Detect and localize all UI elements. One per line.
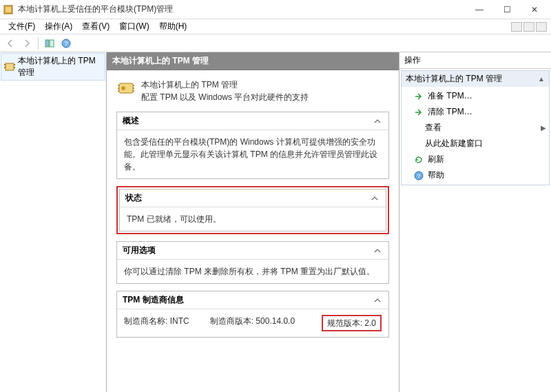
spec-version-value: 2.0 (364, 318, 376, 328)
app-icon (3, 4, 14, 15)
right-pane: 操作 本地计算机上的 TPM 管理 ▲ 准备 TPM… 清除 TPM… (399, 52, 551, 392)
info-lines: 本地计算机上的 TPM 管理 配置 TPM 以及 Windows 平台对此硬件的… (141, 79, 309, 103)
svg-rect-3 (50, 40, 54, 47)
back-button (3, 36, 18, 51)
svg-text:?: ? (64, 40, 67, 47)
collapse-icon[interactable] (369, 193, 380, 204)
section-options-body: 你可以通过清除 TPM 来删除所有权，并将 TPM 重置为出厂默认值。 (117, 260, 388, 283)
mdi-controls (511, 22, 547, 32)
arrow-right-green-icon (414, 107, 424, 117)
action-label: 准备 TPM… (428, 90, 472, 102)
section-status-head[interactable]: 状态 (120, 189, 386, 207)
titlebar: 本地计算机上受信任的平台模块(TPM)管理 — ☐ ✕ (0, 0, 551, 19)
maximize-button[interactable]: ☐ (493, 1, 521, 18)
section-manufacturer-title: TPM 制造商信息 (123, 294, 184, 306)
middle-body: 本地计算机上的 TPM 管理 配置 TPM 以及 Windows 平台对此硬件的… (107, 70, 399, 392)
svg-rect-10 (14, 67, 15, 68)
spec-version-label: 规范版本: (327, 318, 362, 328)
mfr-version: 制造商版本: 500.14.0.0 (210, 315, 296, 331)
menu-action[interactable]: 操作(A) (41, 19, 76, 34)
section-overview: 概述 包含受信任的平台模块(TPM)的 Windows 计算机可提供增强的安全功… (116, 112, 389, 179)
menu-help[interactable]: 帮助(H) (155, 19, 191, 34)
info-strip: 本地计算机上的 TPM 管理 配置 TPM 以及 Windows 平台对此硬件的… (116, 76, 389, 112)
svg-rect-7 (4, 64, 6, 65)
svg-point-12 (121, 86, 125, 90)
submenu-arrow-icon: ▶ (541, 124, 546, 132)
mfr-name-value: INTC (170, 316, 189, 326)
show-hide-tree-button[interactable] (42, 36, 57, 51)
action-view[interactable]: 查看 ▶ (402, 120, 549, 136)
section-overview-body: 包含受信任的平台模块(TPM)的 Windows 计算机可提供增强的安全功能。此… (117, 130, 388, 178)
menu-file[interactable]: 文件(F) (4, 19, 39, 34)
section-status-title: 状态 (125, 192, 142, 204)
tree-item-label: 本地计算机上的 TPM 管理 (18, 55, 102, 79)
action-clear-tpm[interactable]: 清除 TPM… (402, 104, 549, 120)
menu-view[interactable]: 查看(V) (78, 19, 114, 34)
svg-rect-6 (6, 63, 14, 70)
mfr-version-label: 制造商版本: (210, 316, 253, 326)
actions-panel-title: 操作 (399, 52, 551, 69)
caret-up-icon: ▲ (538, 75, 545, 83)
mdi-minimize-button[interactable] (511, 22, 522, 32)
help-button[interactable]: ? (59, 36, 74, 51)
tree-item-tpm-management[interactable]: 本地计算机上的 TPM 管理 (1, 53, 105, 81)
close-button[interactable]: ✕ (521, 1, 548, 18)
menubar: 文件(F) 操作(A) 查看(V) 窗口(W) 帮助(H) (0, 19, 551, 34)
svg-text:?: ? (417, 173, 421, 179)
action-label: 查看 (425, 122, 441, 134)
info-line-2: 配置 TPM 以及 Windows 平台对此硬件的支持 (141, 91, 309, 103)
section-manufacturer: TPM 制造商信息 制造商名称: INTC 制造商版本: 500.14.0.0 (116, 291, 389, 338)
manufacturer-row: 制造商名称: INTC 制造商版本: 500.14.0.0 规范版本: 2.0 (124, 315, 382, 331)
minimize-button[interactable]: — (466, 1, 493, 18)
action-new-window[interactable]: 从此处新建窗口 (402, 136, 549, 152)
actions-group-title: 本地计算机上的 TPM 管理 (406, 73, 502, 85)
collapse-icon[interactable] (372, 245, 383, 256)
action-label: 从此处新建窗口 (425, 138, 483, 149)
actions-group-head[interactable]: 本地计算机上的 TPM 管理 ▲ (402, 71, 549, 87)
section-options-title: 可用选项 (123, 245, 156, 256)
spec-version: 规范版本: 2.0 (295, 315, 382, 331)
help-icon: ? (414, 171, 424, 180)
refresh-icon (414, 155, 424, 165)
svg-rect-8 (4, 67, 6, 68)
section-overview-head[interactable]: 概述 (117, 112, 388, 130)
collapse-icon[interactable] (372, 116, 383, 127)
action-refresh[interactable]: 刷新 (402, 152, 549, 167)
tpm-icon (4, 61, 15, 72)
workarea: 本地计算机上的 TPM 管理 本地计算机上的 TPM 管理 本地计算机上的 TP… (0, 52, 551, 392)
action-label: 帮助 (428, 169, 444, 181)
section-options-head[interactable]: 可用选项 (117, 242, 388, 260)
forward-button (19, 36, 34, 51)
arrow-right-green-icon (414, 92, 424, 101)
action-label: 清除 TPM… (428, 106, 472, 118)
info-line-1: 本地计算机上的 TPM 管理 (141, 79, 309, 91)
toolbar-separator (38, 37, 39, 50)
action-help[interactable]: ? 帮助 (402, 167, 549, 183)
section-status-body: TPM 已就绪，可以使用。 (120, 207, 386, 231)
middle-pane: 本地计算机上的 TPM 管理 本地计算机上的 TPM 管理 配置 TPM 以及 … (107, 52, 399, 392)
svg-rect-9 (14, 64, 15, 65)
left-pane: 本地计算机上的 TPM 管理 (0, 52, 107, 392)
toolbar: ? (0, 34, 551, 52)
menu-window[interactable]: 窗口(W) (115, 19, 153, 34)
collapse-icon[interactable] (372, 295, 383, 306)
window-controls: — ☐ ✕ (466, 1, 548, 18)
svg-rect-2 (45, 40, 49, 47)
window-title: 本地计算机上受信任的平台模块(TPM)管理 (18, 3, 466, 15)
mfr-version-value: 500.14.0.0 (256, 316, 295, 326)
section-manufacturer-body: 制造商名称: INTC 制造商版本: 500.14.0.0 规范版本: 2.0 (117, 309, 388, 337)
status-highlight: 状态 TPM 已就绪，可以使用。 (116, 186, 389, 234)
tpm-chip-icon (116, 79, 136, 98)
section-overview-title: 概述 (123, 115, 139, 127)
mfr-name: 制造商名称: INTC (124, 315, 210, 331)
section-options: 可用选项 你可以通过清除 TPM 来删除所有权，并将 TPM 重置为出厂默认值。 (116, 241, 389, 284)
action-prepare-tpm[interactable]: 准备 TPM… (402, 88, 549, 104)
actions-list: 准备 TPM… 清除 TPM… 查看 ▶ 从此处新建窗口 (402, 87, 549, 185)
mfr-name-label: 制造商名称: (124, 316, 167, 326)
mdi-close-button[interactable] (536, 22, 547, 32)
middle-header: 本地计算机上的 TPM 管理 (107, 52, 399, 70)
svg-rect-1 (6, 7, 11, 12)
mdi-restore-button[interactable] (523, 22, 534, 32)
section-manufacturer-head[interactable]: TPM 制造商信息 (117, 291, 388, 309)
actions-group: 本地计算机上的 TPM 管理 ▲ 准备 TPM… 清除 TPM… (401, 70, 550, 185)
